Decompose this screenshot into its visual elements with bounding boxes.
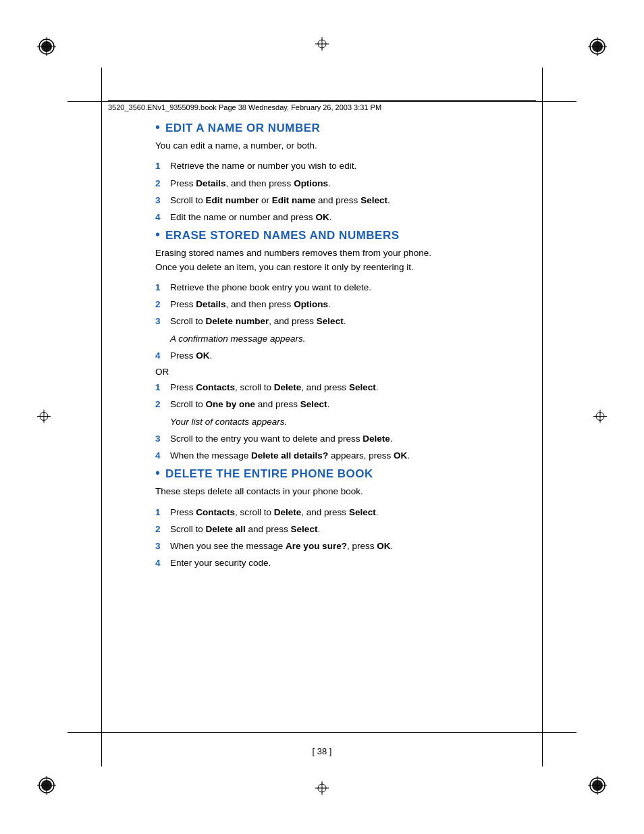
sub-item-erase-or-2: Your list of contacts appears.	[170, 415, 536, 429]
step-num-erase-1: 1	[155, 281, 167, 294]
crosshair-top	[315, 37, 329, 53]
reg-mark-tl	[37, 37, 64, 66]
step-num-edit-2: 2	[155, 177, 167, 190]
step-text-erase-or-4: When the message Delete all details? app…	[170, 449, 536, 463]
vline-left	[101, 68, 102, 766]
step-num-erase-or-1: 1	[155, 381, 167, 394]
section-subtitle-delete-all: These steps delete all contacts in your …	[155, 485, 536, 498]
step-text-edit-2: Press Details, and then press Options.	[170, 177, 536, 190]
section-title-edit: EDIT A NAME OR NUMBER	[165, 122, 320, 135]
book-info-bar: 3520_3560.ENv1_9355099.book Page 38 Wedn…	[108, 100, 536, 111]
step-erase-3: 3 Scroll to Delete number, and press Sel…	[155, 315, 536, 328]
section-edit-name: • EDIT A NAME OR NUMBER You can edit a n…	[155, 120, 536, 224]
step-num-delete-all-4: 4	[155, 556, 167, 570]
step-num-erase-2: 2	[155, 298, 167, 311]
section-header-edit: • EDIT A NAME OR NUMBER	[155, 120, 536, 135]
section-title-erase: ERASE STORED NAMES AND NUMBERS	[165, 229, 400, 242]
bullet-delete-all: •	[155, 466, 160, 479]
section-erase: • ERASE STORED NAMES AND NUMBERS Erasing…	[155, 228, 536, 463]
vline-right	[542, 68, 543, 766]
crosshair-left	[37, 409, 51, 425]
bullet-edit: •	[155, 120, 160, 134]
section-title-delete-all: DELETE THE ENTIRE PHONE BOOK	[165, 467, 373, 481]
step-text-edit-3: Scroll to Edit number or Edit name and p…	[170, 194, 536, 207]
step-text-erase-or-2: Scroll to One by one and press Select.	[170, 398, 536, 411]
step-text-delete-all-3: When you see the message Are you sure?, …	[170, 540, 536, 553]
reg-mark-bl	[37, 768, 64, 797]
step-erase-or-2: 2 Scroll to One by one and press Select.	[155, 398, 536, 411]
section-subtitle-edit: You can edit a name, a number, or both.	[155, 139, 536, 153]
section-header-erase: • ERASE STORED NAMES AND NUMBERS	[155, 228, 536, 242]
step-num-delete-all-1: 1	[155, 506, 167, 519]
step-text-erase-or-1: Press Contacts, scroll to Delete, and pr…	[170, 381, 536, 394]
step-erase-or-4: 4 When the message Delete all details? a…	[155, 449, 536, 463]
or-separator: OR	[155, 367, 536, 377]
section-header-delete-all: • DELETE THE ENTIRE PHONE BOOK	[155, 466, 536, 481]
step-edit-3: 3 Scroll to Edit number or Edit name and…	[155, 194, 536, 207]
step-delete-all-2: 2 Scroll to Delete all and press Select.	[155, 523, 536, 536]
page-number-text: [ 38 ]	[313, 746, 332, 756]
step-erase-or-1: 1 Press Contacts, scroll to Delete, and …	[155, 381, 536, 394]
page-container: 3520_3560.ENv1_9355099.book Page 38 Wedn…	[0, 0, 644, 834]
step-text-erase-4: Press OK.	[170, 349, 536, 363]
step-text-delete-all-2: Scroll to Delete all and press Select.	[170, 523, 536, 536]
step-num-delete-all-2: 2	[155, 523, 167, 536]
step-num-edit-3: 3	[155, 194, 167, 207]
main-content: • EDIT A NAME OR NUMBER You can edit a n…	[155, 120, 536, 726]
step-erase-or-3: 3 Scroll to the entry you want to delete…	[155, 432, 536, 446]
step-num-edit-4: 4	[155, 211, 167, 224]
step-delete-all-3: 3 When you see the message Are you sure?…	[155, 540, 536, 553]
step-text-delete-all-1: Press Contacts, scroll to Delete, and pr…	[170, 506, 536, 519]
sub-item-erase-3: A confirmation message appears.	[170, 332, 536, 346]
hline-bottom	[68, 732, 576, 733]
reg-mark-br	[580, 768, 607, 797]
steps-list-delete-all: 1 Press Contacts, scroll to Delete, and …	[155, 506, 536, 571]
section-delete-all: • DELETE THE ENTIRE PHONE BOOK These ste…	[155, 466, 536, 570]
step-edit-4: 4 Edit the name or number and press OK.	[155, 211, 536, 224]
step-erase-2: 2 Press Details, and then press Options.	[155, 298, 536, 311]
step-edit-2: 2 Press Details, and then press Options.	[155, 177, 536, 190]
step-delete-all-1: 1 Press Contacts, scroll to Delete, and …	[155, 506, 536, 519]
steps-list-erase-or: 1 Press Contacts, scroll to Delete, and …	[155, 381, 536, 463]
step-num-erase-or-2: 2	[155, 398, 167, 411]
step-text-erase-1: Retrieve the phone book entry you want t…	[170, 281, 536, 294]
step-erase-4: 4 Press OK.	[155, 349, 536, 363]
page-number: [ 38 ]	[0, 746, 644, 756]
steps-list-edit: 1 Retrieve the name or number you wish t…	[155, 159, 536, 224]
step-num-edit-1: 1	[155, 159, 167, 173]
step-num-erase-or-3: 3	[155, 432, 167, 446]
step-text-edit-4: Edit the name or number and press OK.	[170, 211, 536, 224]
steps-list-erase: 1 Retrieve the phone book entry you want…	[155, 281, 536, 363]
step-edit-1: 1 Retrieve the name or number you wish t…	[155, 159, 536, 173]
crosshair-bottom	[315, 781, 329, 797]
step-text-delete-all-4: Enter your security code.	[170, 556, 536, 570]
step-num-erase-or-4: 4	[155, 449, 167, 463]
step-text-erase-or-3: Scroll to the entry you want to delete a…	[170, 432, 536, 446]
step-num-delete-all-3: 3	[155, 540, 167, 553]
section-subtitle-erase: Erasing stored names and numbers removes…	[155, 246, 536, 274]
step-text-erase-3: Scroll to Delete number, and press Selec…	[170, 315, 536, 328]
crosshair-right	[593, 409, 607, 425]
step-delete-all-4: 4 Enter your security code.	[155, 556, 536, 570]
reg-mark-tr	[580, 37, 607, 66]
step-text-erase-2: Press Details, and then press Options.	[170, 298, 536, 311]
book-info-text: 3520_3560.ENv1_9355099.book Page 38 Wedn…	[108, 103, 381, 111]
step-num-erase-3: 3	[155, 315, 167, 328]
step-erase-1: 1 Retrieve the phone book entry you want…	[155, 281, 536, 294]
step-text-edit-1: Retrieve the name or number you wish to …	[170, 159, 536, 173]
bullet-erase: •	[155, 228, 160, 241]
step-num-erase-4: 4	[155, 349, 167, 363]
